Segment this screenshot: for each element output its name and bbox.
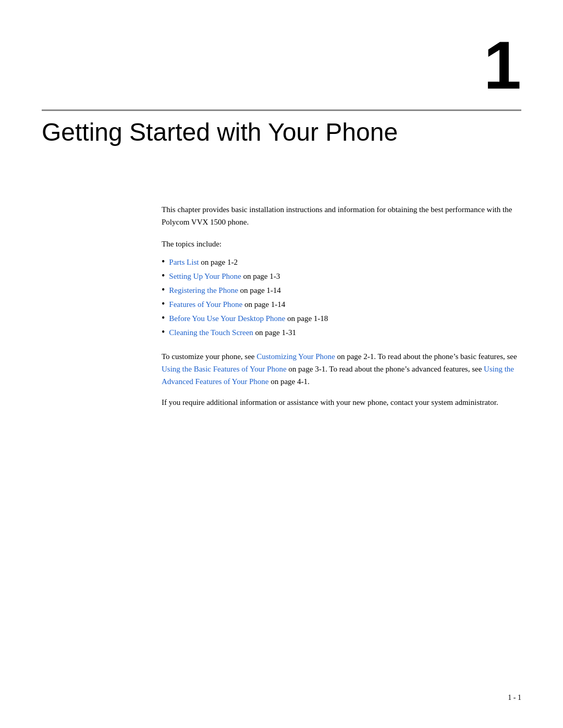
topic-link[interactable]: Cleaning the Touch Screen bbox=[169, 328, 253, 337]
intro-paragraph: This chapter provides basic installation… bbox=[162, 203, 521, 228]
topic-link[interactable]: Parts List bbox=[169, 258, 199, 266]
topics-list: •Parts List on page 1-2•Setting Up Your … bbox=[162, 255, 521, 340]
topic-link[interactable]: Registering the Phone bbox=[169, 286, 238, 294]
topic-link[interactable]: Before You Use Your Desktop Phone bbox=[169, 314, 285, 323]
list-item: •Registering the Phone on page 1-14 bbox=[162, 283, 521, 298]
topic-page-ref: on page 1-2 bbox=[199, 258, 238, 266]
page-number: 1 - 1 bbox=[508, 694, 521, 701]
chapter-title: Getting Started with Your Phone bbox=[42, 117, 521, 147]
list-item: •Cleaning the Touch Screen on page 1-31 bbox=[162, 326, 521, 340]
topic-link[interactable]: Setting Up Your Phone bbox=[169, 272, 241, 280]
bullet-icon: • bbox=[162, 313, 165, 323]
topic-link[interactable]: Features of Your Phone bbox=[169, 300, 242, 309]
content-area: This chapter provides basic installation… bbox=[162, 203, 521, 417]
list-item: •Setting Up Your Phone on page 1-3 bbox=[162, 269, 521, 283]
list-item: •Before You Use Your Desktop Phone on pa… bbox=[162, 312, 521, 326]
bullet-icon: • bbox=[162, 285, 165, 294]
topic-page-ref: on page 1-18 bbox=[285, 314, 328, 323]
bullet-icon: • bbox=[162, 271, 165, 280]
inline-link[interactable]: Using the Basic Features of Your Phone bbox=[162, 365, 287, 373]
topic-page-ref: on page 1-14 bbox=[238, 286, 281, 294]
horizontal-rule bbox=[42, 109, 521, 111]
list-item: •Parts List on page 1-2 bbox=[162, 255, 521, 269]
page: 1 Getting Started with Your Phone This c… bbox=[0, 0, 563, 728]
bullet-icon: • bbox=[162, 327, 165, 337]
body-paragraph-1: To customize your phone, see Customizing… bbox=[162, 350, 521, 388]
topic-page-ref: on page 1-14 bbox=[242, 300, 285, 309]
body-paragraph-2: If you require additional information or… bbox=[162, 396, 521, 409]
topics-label: The topics include: bbox=[162, 238, 521, 250]
bullet-icon: • bbox=[162, 299, 165, 309]
inline-link[interactable]: Customizing Your Phone bbox=[256, 352, 335, 361]
page-footer: 1 - 1 bbox=[508, 694, 521, 702]
topic-page-ref: on page 1-3 bbox=[241, 272, 280, 280]
chapter-number: 1 bbox=[484, 31, 521, 99]
topic-page-ref: on page 1-31 bbox=[253, 328, 296, 337]
list-item: •Features of Your Phone on page 1-14 bbox=[162, 298, 521, 312]
bullet-icon: • bbox=[162, 257, 165, 266]
